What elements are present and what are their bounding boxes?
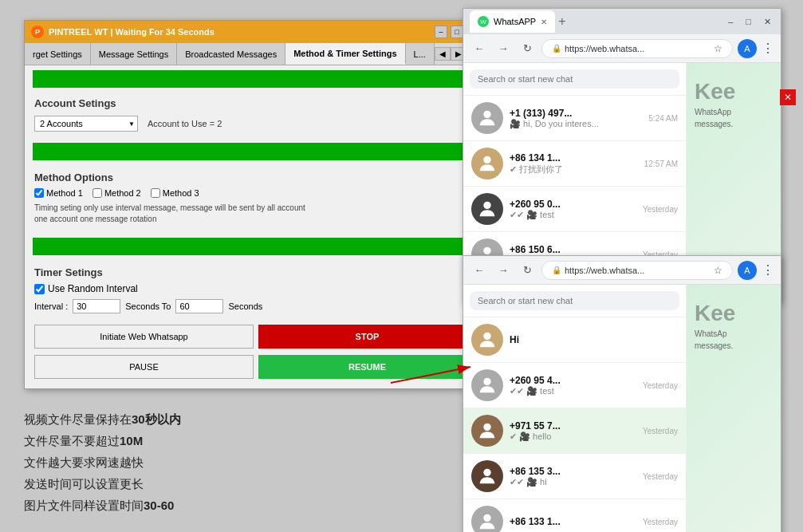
address-bar-top[interactable]: 🔒 https://web.whatsa... ☆ (541, 39, 733, 58)
svg-point-2 (483, 202, 490, 209)
address-bar-bottom[interactable]: 🔒 https://web.whatsa... ☆ (541, 261, 733, 280)
bold-10m: 10M (120, 434, 143, 447)
browser-menu-bottom[interactable]: ⋮ (762, 262, 774, 278)
chat-time-2: Yesterday (643, 205, 678, 214)
chat-item-0[interactable]: +1 (313) 497... 🎥 hi, Do you interes... … (463, 96, 686, 141)
interval-label: Interval : (34, 301, 68, 311)
chat-avatar-2 (471, 193, 503, 225)
tab-prev-button[interactable]: ◀ (435, 47, 451, 61)
method3-checkbox[interactable] (151, 188, 160, 198)
browser-minimize-top[interactable]: – (725, 15, 736, 29)
whatsapp-window-bottom: ← → ↻ 🔒 https://web.whatsa... ☆ A ⋮ Hi (463, 255, 781, 532)
red-close-button[interactable]: ✕ (780, 89, 796, 105)
chat-preview-2: ✔✔ 🎥 test (510, 210, 636, 220)
method2-item: Method 2 (93, 188, 141, 198)
browser-profile-bottom[interactable]: A (738, 261, 757, 280)
address-url-bottom: https://web.whatsa... (565, 266, 710, 275)
tab-l[interactable]: L... (406, 43, 435, 65)
initiate-whatsapp-button[interactable]: Initiate Web Whatsapp (34, 325, 254, 349)
bold-30-60: 30-60 (144, 499, 174, 512)
interval-from-input[interactable] (73, 299, 120, 313)
browser-tab-close-top[interactable]: ✕ (541, 18, 547, 26)
method2-checkbox[interactable] (93, 188, 102, 198)
seconds-to-label: Seconds To (125, 301, 171, 311)
browser-toolbar-top: ← → ↻ 🔒 https://web.whatsa... ☆ A ⋮ (463, 34, 781, 63)
back-button-bottom[interactable]: ← (470, 261, 489, 280)
chat-preview-b2: ✔ 🎥 hello (510, 432, 636, 442)
browser-menu-top[interactable]: ⋮ (762, 41, 774, 56)
chat-time-b2: Yesterday (643, 427, 678, 435)
svg-line-10 (391, 367, 470, 383)
account-select[interactable]: 2 Accounts 1 Account 3 Accounts (34, 116, 138, 132)
chat-time-1: 12:57 AM (644, 160, 678, 168)
pintreel-content: Account Setings 2 Accounts 1 Account 3 A… (25, 70, 486, 388)
chat-item-b3[interactable]: +86 135 3... ✔✔ 🎥 hi Yesterday (463, 454, 686, 499)
forward-button-bottom[interactable]: → (494, 261, 513, 280)
chat-avatar-b0 (471, 324, 503, 356)
refresh-button-bottom[interactable]: ↻ (518, 261, 537, 280)
tab-method-timer-settings[interactable]: Method & Timer Settings (285, 43, 405, 65)
whatsapp-favicon-top: W (478, 16, 489, 27)
pause-button[interactable]: PAUSE (34, 355, 254, 379)
minimize-button[interactable]: – (435, 26, 447, 38)
back-button-top[interactable]: ← (470, 39, 489, 58)
lock-icon-top: 🔒 (552, 44, 561, 53)
chat-meta-b1: Yesterday (643, 381, 678, 390)
method1-item: Method 1 (34, 188, 83, 198)
chat-item-b4[interactable]: +86 133 1... Yesterday (463, 499, 686, 532)
tab-message-settings[interactable]: Message Settings (91, 43, 177, 65)
bottom-line-2: 文件尽量不要超过10M (24, 430, 181, 451)
chat-preview-b3: ✔✔ 🎥 hi (510, 477, 636, 487)
tab-target-settings[interactable]: rget Settings (25, 43, 91, 65)
chat-time-b1: Yesterday (643, 381, 678, 390)
chat-item-b2[interactable]: +971 55 7... ✔ 🎥 hello Yesterday (463, 408, 686, 454)
whatsapp-main-keep-text-bottom: Kee (695, 301, 781, 326)
new-tab-button-top[interactable]: + (558, 14, 565, 29)
whatsapp-main-subtext1-top: WhatsApp (695, 108, 781, 116)
chat-meta-2: Yesterday (643, 205, 678, 214)
chat-name-1: +86 134 1... (510, 152, 638, 164)
bookmark-icon-top[interactable]: ☆ (714, 43, 722, 54)
browser-win-controls-top: – □ ✕ (725, 15, 774, 29)
browser-tab-title-top: WhatsAPP (494, 17, 536, 26)
method3-item: Method 3 (151, 188, 199, 198)
use-random-checkbox[interactable] (34, 284, 45, 294)
progress-bar-lower (33, 238, 478, 255)
method-section-title: Method Options (34, 168, 476, 188)
chat-name-b2: +971 55 7... (510, 420, 636, 432)
stop-button[interactable]: STOP (258, 325, 476, 349)
bottom-instructions: 视频文件尽量保持在30秒以内 文件尽量不要超过10M 文件越大要求网速越快 发送… (24, 408, 181, 516)
chat-item-b0[interactable]: Hi (463, 317, 686, 363)
browser-profile-top[interactable]: A (738, 39, 757, 58)
method-options-section: Method Options Method 1 Method 2 Method … (25, 165, 486, 233)
method1-label: Method 1 (46, 188, 83, 198)
refresh-button-top[interactable]: ↻ (518, 39, 537, 58)
whatsapp-search-input-bottom[interactable] (470, 291, 679, 310)
bookmark-icon-bottom[interactable]: ☆ (714, 265, 722, 276)
whatsapp-browser-tab-top[interactable]: W WhatsAPP ✕ (470, 10, 555, 33)
svg-point-6 (483, 424, 490, 431)
browser-close-top[interactable]: ✕ (761, 15, 774, 29)
whatsapp-main-subtext2-top: messages. (695, 120, 781, 128)
pintreel-title-left: P PINTREEL WT | Waiting For 34 Seconds (31, 26, 215, 38)
maximize-button[interactable]: □ (451, 26, 463, 38)
chat-item-1[interactable]: +86 134 1... ✔ 打扰到你了 12:57 AM (463, 141, 686, 187)
action-buttons-row1: Initiate Web Whatsapp STOP (25, 317, 486, 353)
browser-maximize-top[interactable]: □ (742, 15, 754, 29)
chat-preview-0: 🎥 hi, Do you interes... (510, 119, 642, 129)
chat-meta-b3: Yesterday (643, 472, 678, 481)
forward-button-top[interactable]: → (494, 39, 513, 58)
interval-to-input[interactable] (175, 299, 223, 313)
chat-info-b3: +86 135 3... ✔✔ 🎥 hi (510, 466, 636, 487)
chat-item-b1[interactable]: +260 95 4... ✔✔ 🎥 test Yesterday (463, 363, 686, 408)
browser-tab-area-top: W WhatsAPP ✕ + (470, 10, 718, 33)
whatsapp-main-panel-bottom: Kee WhatsAp messages. 💻 Whats (687, 285, 781, 532)
pintreel-logo-icon: P (31, 26, 44, 38)
tab-broadcasted-messages[interactable]: Broadcasted Messages (177, 43, 285, 65)
whatsapp-search-input-top[interactable] (470, 69, 679, 89)
chat-avatar-0 (471, 102, 503, 134)
pintreel-titlebar: P PINTREEL WT | Waiting For 34 Seconds –… (25, 21, 486, 43)
method1-checkbox[interactable] (34, 188, 44, 198)
chat-item-2[interactable]: +260 95 0... ✔✔ 🎥 test Yesterday (463, 187, 686, 232)
timing-note: Timing seting only use interval message,… (34, 201, 476, 230)
